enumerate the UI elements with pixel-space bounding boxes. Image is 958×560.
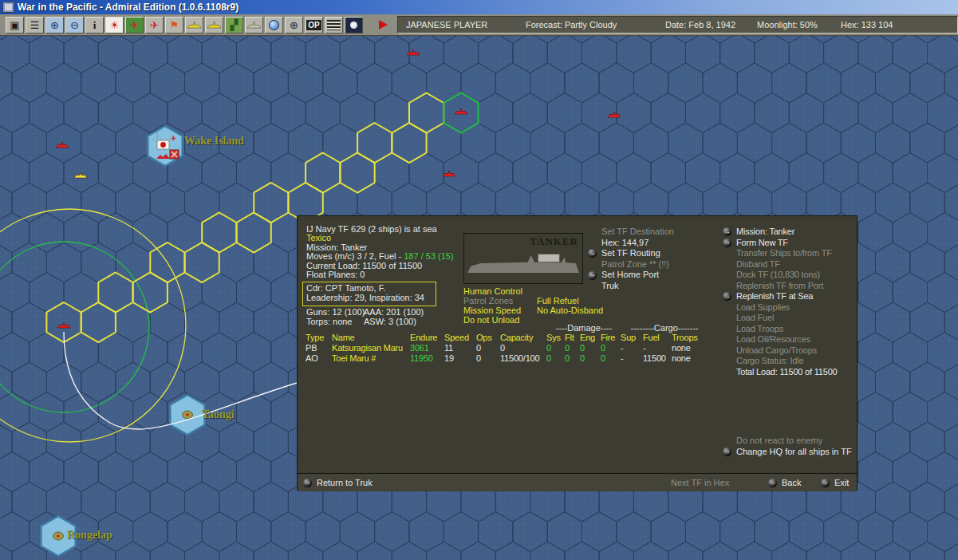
tf-toggles-left: Human ControlPatrol ZonesMission SpeedDo…: [463, 286, 522, 325]
column-header-capacity: Capacity: [500, 333, 546, 343]
ship-cell: 0: [580, 353, 601, 364]
aaa-value: AAA: 201 (100): [364, 307, 424, 317]
island-hex-wake-island[interactable]: ⚓✈: [148, 126, 182, 166]
tf-moves-fuel: Moves (m/c) 3 / 2, Fuel - 187 / 53 (15): [306, 252, 454, 261]
commander-name: Cdr: CPT Tamoto, F.: [306, 283, 432, 293]
arrow-icon: [588, 249, 597, 258]
arrow-icon: [723, 227, 731, 236]
toolbar-button-world-map-icon[interactable]: [265, 17, 283, 34]
island-hex-taongi[interactable]: [170, 395, 204, 435]
toolbar-button-objectives-flag-icon[interactable]: ⚑: [165, 17, 183, 34]
commander-stats: Leadership: 29, Inspiration: 34: [306, 293, 432, 302]
toolbar-button-end-turn-icon[interactable]: [374, 17, 392, 34]
menu-label: Set TF Destination: [601, 227, 674, 238]
ship-cell: none: [672, 353, 708, 364]
action-item-load-supplies: Load Supplies: [723, 302, 838, 314]
toolbar-button-ground-ops-icon[interactable]: ▞: [225, 17, 243, 34]
action-item-load-fuel: Load Fuel: [723, 313, 838, 324]
ship-cell: 0: [476, 353, 500, 364]
menu-label: Dock TF (10,830 tons): [736, 270, 820, 281]
nav-item-hex-144-97[interactable]: Hex: 144,97: [588, 238, 674, 249]
ship-table: TypeNameEndureSpeedOpsCapacitySysFltEngF…: [306, 333, 708, 364]
ship-cell: 0: [476, 343, 500, 353]
toolbar-button-reports-icon[interactable]: ☰: [26, 17, 44, 34]
menu-label: Transfer Ships to/from TF: [736, 248, 832, 259]
react-item-change-hq-for-all-ships-in-tf[interactable]: Change HQ for all ships in TF: [723, 447, 852, 458]
ship-cell: PB: [306, 343, 332, 353]
ship-cell: 0: [546, 353, 565, 364]
toggle-mission-speed[interactable]: Mission Speed: [463, 306, 522, 315]
toolbar-button-amphibious-ops-icon[interactable]: [245, 17, 263, 34]
nav-item-set-tf-destination: Set TF Destination: [588, 227, 674, 238]
main-toolbar: ▣☰⊕⊖i☀✈✈⚑▞⊕OP JAPANESE PLAYER Forecast: …: [0, 14, 958, 36]
menu-label: Replenish TF at Sea: [736, 291, 813, 302]
toolbar-button-japan-flag-icon[interactable]: ☀: [105, 17, 124, 34]
menu-label: Load Fuel: [736, 313, 774, 324]
toolbar-button-save-icon[interactable]: ▣: [6, 17, 24, 34]
nav-item-set-home-port[interactable]: Set Home Port: [588, 270, 674, 281]
column-header-fuel: Fuel: [643, 333, 672, 343]
back-button[interactable]: Back: [768, 478, 801, 487]
toolbar-button-zoom-in-icon[interactable]: ⊕: [45, 17, 64, 34]
action-item-unload-cargo-troops: Unload Cargo/Troops: [723, 345, 838, 357]
action-item-total-load-11500-of-11500[interactable]: Total Load: 11500 of 11500: [723, 367, 838, 378]
action-item-replenish-tf-from-port: Replenish TF from Port: [723, 281, 838, 292]
arrow-icon: [588, 271, 597, 280]
column-header-name: Name: [332, 333, 410, 343]
arrow-icon: [768, 479, 777, 487]
window-title: War in the Pacific - Admiral Edition (1.…: [18, 2, 239, 13]
toolbar-button-air-combat-icon[interactable]: ✈: [125, 17, 144, 34]
toolbar-button-industry-icon[interactable]: [325, 17, 343, 34]
window-titlebar: War in the Pacific - Admiral Edition (1.…: [0, 0, 958, 14]
ship-cell: 11: [444, 343, 476, 353]
column-header-speed: Speed: [444, 333, 476, 343]
ship-name[interactable]: Toei Maru #: [332, 353, 410, 364]
nav-item-set-tf-routing[interactable]: Set TF Routing: [588, 248, 674, 259]
exit-button[interactable]: Exit: [821, 478, 849, 487]
arrow-icon: [303, 479, 312, 487]
toolbar-button-operations-icon[interactable]: OP: [305, 17, 323, 34]
toggle-no-auto-disband[interactable]: No Auto-Disband: [537, 306, 603, 315]
toggle-do-not-unload[interactable]: Do not Unload: [463, 315, 522, 325]
commander-box[interactable]: Cdr: CPT Tamoto, F. Leadership: 29, Insp…: [302, 282, 436, 306]
menu-label: Change HQ for all ships in TF: [736, 447, 852, 458]
ship-cell: 0: [565, 343, 580, 353]
toolbar-button-air-transport-icon[interactable]: ✈: [145, 17, 164, 34]
player-label: JAPANESE PLAYER: [406, 20, 526, 30]
nav-item-truk[interactable]: Truk: [588, 281, 674, 292]
island-label-rongelap: Rongelap: [67, 529, 112, 542]
toolbar-button-sub-ops-icon[interactable]: [205, 17, 223, 34]
toolbar-button-info-icon[interactable]: i: [85, 17, 104, 34]
menu-label: Unload Cargo/Troops: [736, 345, 817, 357]
arrow-icon: [723, 448, 731, 456]
action-item-replenish-tf-at-sea[interactable]: Replenish TF at Sea: [723, 291, 838, 302]
column-header-troops: Troops: [672, 333, 708, 343]
ship-cell: 0: [601, 353, 621, 364]
action-item-form-new-tf[interactable]: Form New TF: [723, 238, 838, 249]
toolbar-button-zoom-out-icon[interactable]: ⊖: [65, 17, 84, 34]
ship-cell: none: [672, 343, 708, 353]
ship-cell: 0: [580, 343, 601, 353]
toolbar-button-strategic-map-icon[interactable]: ⊕: [285, 17, 303, 34]
toggle-full-refuel[interactable]: Full Refuel: [537, 296, 603, 306]
ship-photo: TANKER: [463, 233, 583, 284]
next-tf-in-hex-button: Next TF in Hex: [671, 478, 729, 487]
toggle-human-control[interactable]: Human Control: [463, 286, 522, 296]
tf-react-menu: Do not react to enemyChange HQ for all s…: [723, 436, 852, 457]
column-header-flt: Flt: [565, 333, 580, 343]
date-label: Date: Feb 8, 1942: [665, 20, 757, 30]
column-header-sup: Sup: [621, 333, 643, 343]
aircraft-icon: ✈: [170, 134, 176, 143]
column-header-type: Type: [306, 333, 332, 343]
action-item-mission-tanker[interactable]: Mission: Tanker: [723, 227, 838, 238]
ship-name[interactable]: Katsuragisan Maru: [332, 343, 410, 353]
return-to-port-button[interactable]: Return to Truk: [303, 478, 373, 487]
ship-cell: 3061: [410, 343, 444, 353]
menu-label: Do not react to enemy: [736, 436, 822, 447]
island-label-wake-island: Wake Island: [184, 135, 244, 148]
menu-label: Disband TF: [736, 259, 780, 270]
toolbar-button-day-night-icon[interactable]: [345, 17, 363, 34]
toolbar-button-naval-ops-icon[interactable]: [185, 17, 203, 34]
action-item-transfer-ships-to-from-tf: Transfer Ships to/from TF: [723, 248, 838, 259]
asw-value: ASW: 3 (100): [364, 317, 416, 326]
